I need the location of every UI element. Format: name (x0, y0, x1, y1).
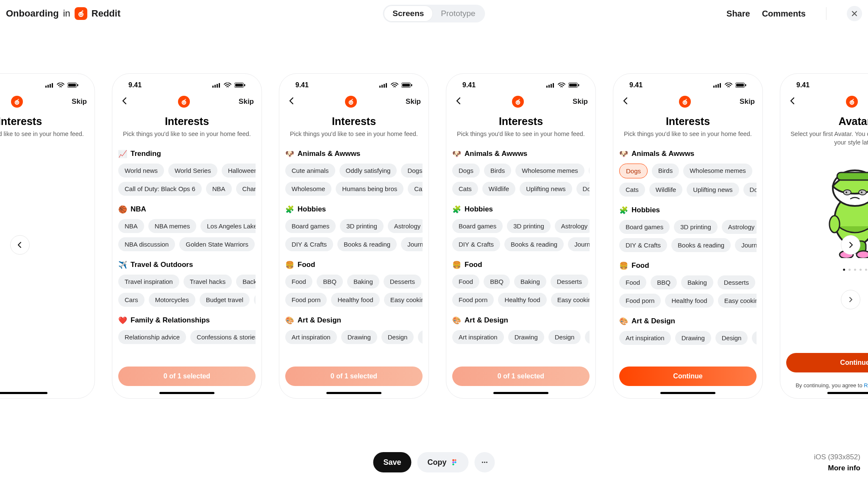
interest-chip[interactable]: Easy cooking (384, 293, 423, 307)
interest-chip[interactable]: Cats (408, 182, 423, 196)
interest-chip[interactable]: Cars (118, 293, 145, 307)
interest-chip[interactable]: Uplifting news (687, 183, 739, 197)
close-button[interactable] (847, 6, 862, 21)
interest-chip[interactable]: Books & reading (504, 237, 564, 251)
interest-chip[interactable]: Food (619, 275, 646, 289)
interest-chip[interactable]: Drawing (508, 330, 544, 344)
skip-button[interactable]: Skip (72, 97, 87, 106)
interest-chip[interactable]: Oddly satisfying (339, 164, 397, 178)
interest-chip[interactable]: Board games (285, 219, 336, 233)
interest-chip[interactable]: Uplifting news (520, 182, 572, 196)
back-button[interactable] (621, 96, 630, 107)
more-info-link[interactable]: More info (814, 464, 860, 472)
interest-chip[interactable]: Wildlife (649, 183, 682, 197)
interest-chip[interactable]: Journaling (568, 237, 590, 251)
back-button[interactable] (788, 96, 797, 107)
interest-chip[interactable]: Baking (514, 275, 546, 289)
interest-chip[interactable]: Wholesome (285, 182, 331, 196)
interest-chip[interactable]: Los Angeles Lakers (200, 219, 256, 233)
interest-chip[interactable]: Art inspiration (452, 330, 504, 344)
interest-chip[interactable]: Relationship advice (118, 330, 186, 344)
primary-cta-button[interactable]: Continue (786, 353, 868, 372)
interest-chip[interactable]: Easy cooking (551, 293, 590, 307)
screens-strip[interactable]: 9.41 Skip InterestsPick things you'd lik… (0, 73, 868, 399)
interest-chip[interactable]: World Series (168, 164, 217, 178)
interest-chip[interactable]: NBA memes (148, 219, 196, 233)
interest-chip[interactable]: Cats (452, 182, 478, 196)
interest-chip[interactable]: Design (381, 330, 414, 344)
interest-chip[interactable]: Healthy food (498, 293, 546, 307)
interest-chip[interactable]: Dogs (401, 164, 423, 178)
skip-button[interactable]: Skip (239, 97, 254, 106)
interest-chip[interactable]: Astrology (388, 219, 423, 233)
interest-chip[interactable]: Journaling (735, 238, 757, 252)
interest-chip[interactable]: Art inspiration (619, 331, 671, 345)
interest-chip[interactable]: Corgi (589, 164, 590, 178)
interest-chip[interactable]: BBQ (484, 275, 510, 289)
interest-chip[interactable]: Character.AI (236, 182, 256, 196)
skip-button[interactable]: Skip (573, 97, 588, 106)
skip-button[interactable]: Skip (406, 97, 421, 106)
interest-chip[interactable]: Drawing (341, 330, 377, 344)
interest-chip[interactable]: Dog tra (743, 183, 757, 197)
interest-chip[interactable]: DALL (585, 330, 590, 344)
more-actions-button[interactable] (475, 452, 495, 472)
interest-chip[interactable]: Drawing (675, 331, 711, 345)
interest-chip[interactable]: Wholesome memes (515, 164, 584, 178)
interest-chip[interactable]: Board games (619, 220, 670, 234)
interest-chip[interactable]: Backpacking (236, 275, 256, 289)
interest-chip[interactable]: Healthy food (665, 294, 713, 308)
interest-chip[interactable]: Food porn (619, 294, 661, 308)
interest-chip[interactable]: Food (452, 275, 479, 289)
interest-chip[interactable]: Wildlife (482, 182, 515, 196)
back-button[interactable] (120, 96, 129, 107)
skip-button[interactable]: Skip (740, 97, 755, 106)
interest-chip[interactable]: Board games (452, 219, 503, 233)
interest-chip[interactable]: Design (548, 330, 581, 344)
scroll-forward-button[interactable] (841, 290, 860, 309)
interest-chip[interactable]: Golden State Warriors (179, 237, 255, 251)
interest-chip[interactable]: Desserts (551, 275, 588, 289)
interest-chip[interactable]: Desserts (718, 275, 755, 289)
interest-chip[interactable]: NBA (206, 182, 232, 196)
interest-chip[interactable]: Budget travel (200, 293, 250, 307)
interest-chip[interactable]: World news (118, 164, 164, 178)
interest-chip[interactable]: Travel hacks (184, 275, 232, 289)
interest-chip[interactable]: 3D printing (340, 219, 384, 233)
interest-chip[interactable]: NBA (118, 219, 144, 233)
share-link[interactable]: Share (726, 9, 750, 19)
interest-chip[interactable]: Birds (484, 164, 511, 178)
interest-chip[interactable]: Cute animals (285, 164, 335, 178)
interest-chip[interactable]: Books & reading (337, 237, 397, 251)
interest-chip[interactable]: Art inspiration (285, 330, 337, 344)
interest-chip[interactable]: Baking (681, 275, 713, 289)
interest-chip[interactable]: Humans being bros (336, 182, 403, 196)
interest-chip[interactable]: Dogs (619, 164, 648, 178)
interest-chip[interactable]: Journaling (401, 237, 423, 251)
save-button[interactable]: Save (373, 452, 411, 472)
interest-chip[interactable]: Motorcycles (149, 293, 195, 307)
interest-chip[interactable]: Astrology (555, 219, 590, 233)
interest-chip[interactable]: Birds (652, 164, 679, 178)
interest-chip[interactable]: Halloween (222, 164, 256, 178)
back-button[interactable] (287, 96, 296, 107)
interest-chip[interactable]: BBQ (317, 275, 343, 289)
interest-chip[interactable]: DALL (752, 331, 757, 345)
interest-chip[interactable]: Confessions & stories (190, 330, 256, 344)
interest-chip[interactable]: 3D printing (507, 219, 551, 233)
interest-chip[interactable]: Desserts (384, 275, 421, 289)
primary-cta-button[interactable]: Continue (619, 367, 757, 386)
interest-chip[interactable]: 3D printing (674, 220, 718, 234)
interest-chip[interactable]: Solo (254, 293, 256, 307)
interest-chip[interactable]: Healthy food (331, 293, 379, 307)
interest-chip[interactable]: Travel inspiration (118, 275, 179, 289)
next-screen-button[interactable] (841, 235, 860, 255)
interest-chip[interactable]: Baking (347, 275, 379, 289)
interest-chip[interactable]: Food porn (285, 293, 327, 307)
interest-chip[interactable]: Dog tra (576, 182, 590, 196)
econ-terms-link[interactable]: Reddit's Econ Terms (864, 382, 868, 389)
interest-chip[interactable]: DIY & Crafts (285, 237, 333, 251)
interest-chip[interactable]: Call of Duty: Black Ops 6 (118, 182, 202, 196)
interest-chip[interactable]: NBA discussion (118, 237, 175, 251)
interest-chip[interactable]: Astrology (722, 220, 757, 234)
